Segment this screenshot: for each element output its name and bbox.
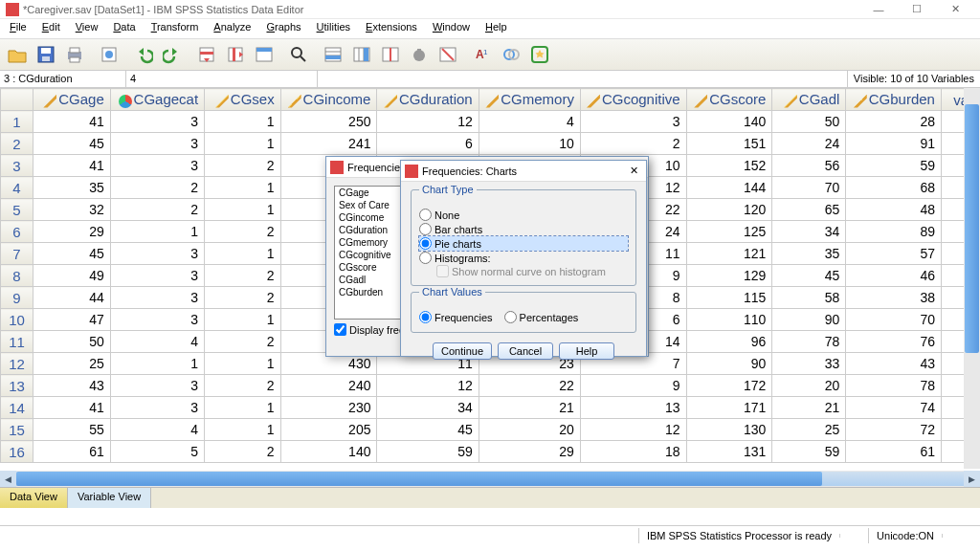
variables-icon[interactable]	[251, 41, 278, 68]
data-cell[interactable]: 205	[280, 419, 377, 441]
menu-window[interactable]: Window	[425, 19, 478, 38]
data-cell[interactable]: 240	[280, 375, 377, 397]
menu-data[interactable]: Data	[105, 19, 143, 38]
radio-percentages[interactable]: Percentages	[504, 310, 579, 324]
menu-analyze[interactable]: Analyze	[206, 19, 258, 38]
data-cell[interactable]: 59	[772, 441, 846, 463]
data-cell[interactable]: 3	[110, 287, 204, 309]
insert-variable-icon[interactable]	[348, 41, 375, 68]
menu-file[interactable]: File	[2, 19, 34, 38]
data-cell[interactable]: 13	[580, 397, 686, 419]
data-cell[interactable]: 47	[33, 309, 110, 331]
row-header[interactable]: 14	[1, 397, 33, 419]
row-header[interactable]: 3	[1, 155, 33, 177]
data-cell[interactable]: 3	[110, 397, 204, 419]
data-cell[interactable]: 59	[377, 441, 479, 463]
data-cell[interactable]: 1	[110, 221, 204, 243]
data-cell[interactable]: 140	[280, 441, 377, 463]
maximize-button[interactable]: ☐	[898, 0, 936, 19]
data-cell[interactable]: 151	[686, 133, 772, 155]
radio-frequencies[interactable]: Frequencies	[419, 310, 493, 324]
menu-utilities[interactable]: Utilities	[309, 19, 358, 38]
data-cell[interactable]: 1	[205, 397, 281, 419]
data-cell[interactable]: 1	[205, 111, 281, 133]
data-cell[interactable]: 3	[110, 133, 204, 155]
data-cell[interactable]: 34	[377, 397, 479, 419]
data-cell[interactable]: 55	[33, 419, 110, 441]
data-cell[interactable]: 4	[110, 331, 204, 353]
data-cell[interactable]: 28	[846, 111, 942, 133]
data-cell[interactable]: 20	[479, 419, 580, 441]
data-cell[interactable]: 1	[110, 353, 204, 375]
data-cell[interactable]: 2	[205, 331, 281, 353]
data-cell[interactable]: 38	[846, 287, 942, 309]
data-cell[interactable]: 59	[846, 155, 942, 177]
column-header[interactable]: CGmemory	[479, 89, 580, 111]
data-cell[interactable]: 43	[33, 375, 110, 397]
open-icon[interactable]	[4, 41, 31, 68]
frequencies-variable-list[interactable]: CGageSex of CareCGincomeCGdurationCGmemo…	[334, 186, 401, 320]
data-cell[interactable]: 2	[205, 155, 281, 177]
data-cell[interactable]: 1	[205, 199, 281, 221]
data-cell[interactable]: 120	[686, 199, 772, 221]
data-cell[interactable]: 29	[33, 221, 110, 243]
select-cases-icon[interactable]	[434, 41, 461, 68]
data-cell[interactable]: 2	[205, 287, 281, 309]
undo-icon[interactable]	[130, 41, 157, 68]
menu-transform[interactable]: Transform	[144, 19, 207, 38]
data-cell[interactable]: 33	[772, 353, 846, 375]
data-cell[interactable]: 48	[846, 199, 942, 221]
data-cell[interactable]: 44	[33, 287, 110, 309]
data-cell[interactable]: 144	[686, 177, 772, 199]
row-header[interactable]: 12	[1, 353, 33, 375]
data-cell[interactable]: 78	[772, 331, 846, 353]
data-cell[interactable]: 58	[772, 287, 846, 309]
goto-variable-icon[interactable]	[222, 41, 249, 68]
data-cell[interactable]: 74	[846, 397, 942, 419]
help-button[interactable]: Help	[559, 342, 614, 360]
row-header[interactable]: 2	[1, 133, 33, 155]
data-cell[interactable]: 18	[580, 441, 686, 463]
data-cell[interactable]: 3	[110, 265, 204, 287]
data-cell[interactable]: 131	[686, 441, 772, 463]
variable-list-item[interactable]: CGscore	[335, 261, 400, 274]
data-cell[interactable]: 70	[846, 309, 942, 331]
data-cell[interactable]: 50	[33, 331, 110, 353]
dialog-frequencies-charts[interactable]: Frequencies: Charts ✕ Chart Type None Ba…	[400, 160, 647, 357]
horizontal-scrollbar[interactable]: ◀ ▶	[0, 471, 980, 487]
data-cell[interactable]: 68	[846, 177, 942, 199]
radio-none[interactable]: None	[419, 208, 628, 222]
data-cell[interactable]: 3	[110, 375, 204, 397]
data-cell[interactable]: 3	[110, 243, 204, 265]
use-sets-icon[interactable]	[498, 41, 524, 68]
data-cell[interactable]: 12	[377, 375, 479, 397]
variable-list-item[interactable]: CGduration	[335, 224, 400, 236]
menu-edit[interactable]: Edit	[34, 19, 68, 38]
save-icon[interactable]	[33, 41, 59, 68]
data-cell[interactable]: 96	[686, 331, 772, 353]
data-cell[interactable]: 3	[110, 309, 204, 331]
data-cell[interactable]: 12	[580, 419, 686, 441]
data-cell[interactable]: 9	[580, 375, 686, 397]
data-cell[interactable]: 90	[772, 309, 846, 331]
row-header[interactable]: 11	[1, 331, 33, 353]
print-icon[interactable]	[61, 41, 88, 68]
weight-cases-icon[interactable]	[406, 41, 433, 68]
variable-list-item[interactable]: CGadl	[335, 274, 400, 286]
data-cell[interactable]: 4	[479, 111, 580, 133]
data-cell[interactable]: 241	[280, 133, 377, 155]
data-cell[interactable]: 110	[686, 309, 772, 331]
data-cell[interactable]: 2	[205, 375, 281, 397]
data-cell[interactable]: 2	[205, 221, 281, 243]
data-cell[interactable]: 29	[479, 441, 580, 463]
customize-toolbar-icon[interactable]	[526, 41, 553, 68]
data-cell[interactable]: 171	[686, 397, 772, 419]
data-cell[interactable]: 89	[846, 221, 942, 243]
data-cell[interactable]: 1	[205, 353, 281, 375]
data-cell[interactable]: 20	[772, 375, 846, 397]
variable-list-item[interactable]: CGage	[335, 187, 400, 199]
data-cell[interactable]: 21	[772, 397, 846, 419]
data-cell[interactable]: 1	[205, 309, 281, 331]
dialog-charts-close[interactable]: ✕	[626, 165, 642, 177]
data-cell[interactable]: 46	[846, 265, 942, 287]
